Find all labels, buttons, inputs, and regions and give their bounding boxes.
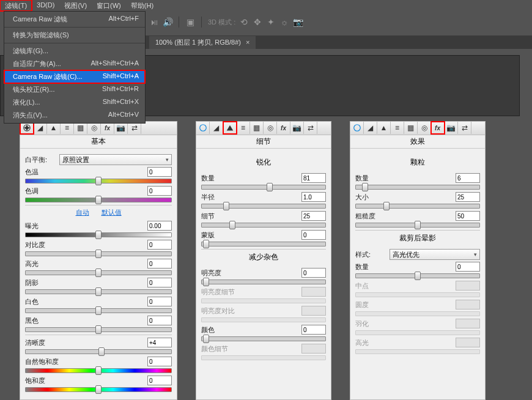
grain-roughness-input[interactable] (456, 211, 480, 221)
tab-tonecurve-icon[interactable]: ◢ (364, 122, 377, 134)
tab-hsl-icon[interactable]: ≡ (237, 122, 250, 134)
vibrance-slider[interactable] (25, 368, 172, 373)
light-3d-icon[interactable]: ✦ (266, 17, 276, 27)
grain-roughness-slider[interactable] (355, 223, 480, 228)
vignette-amount-input[interactable] (456, 262, 480, 272)
vignette-style-value: 高光优先 (393, 250, 419, 259)
sharpen-amount-input[interactable] (301, 173, 326, 183)
document-tabs: 100% (图层 1 拷贝, RGB/8#) × (146, 35, 532, 49)
menu-filter[interactable]: 滤镜(T) (0, 0, 32, 11)
sharpen-amount-slider[interactable] (201, 185, 326, 190)
highlights-input[interactable] (147, 259, 172, 269)
tab-detail-icon[interactable] (223, 122, 237, 134)
menu-help[interactable]: 帮助(H) (126, 0, 158, 11)
shadows-input[interactable] (147, 278, 172, 287)
tab-hsl-icon[interactable]: ≡ (61, 122, 74, 134)
default-link[interactable]: 默认值 (102, 208, 122, 217)
menu-item-adaptive-wideangle[interactable]: 自适应广角(A)... Alt+Shift+Ctrl+A (4, 57, 145, 70)
vignette-amount-slider[interactable] (355, 273, 480, 278)
tab-tonecurve-icon[interactable]: ◢ (210, 122, 223, 134)
tint-slider[interactable] (25, 198, 172, 202)
blacks-slider[interactable] (25, 327, 172, 332)
temperature-slider[interactable] (25, 179, 172, 183)
panel-detail: ◢ ≡ ▦ ◎ fx 📷 ⇄ 细节 锐化 数量 半径 细节 蒙版 减少杂色 明亮… (196, 121, 331, 400)
sharpen-detail-input[interactable] (301, 211, 326, 221)
exposure-slider[interactable] (25, 232, 172, 237)
menu-3d[interactable]: 3D(D) (32, 0, 59, 11)
clarity-slider[interactable] (25, 349, 172, 354)
contrast-slider[interactable] (25, 251, 172, 256)
tab-fx-icon[interactable]: fx (277, 122, 290, 134)
vibrance-input[interactable] (147, 357, 172, 366)
close-tab-icon[interactable]: × (246, 39, 249, 46)
sharpen-mask-slider[interactable] (201, 242, 326, 246)
camera-raw-panels: ◢ ▲ ≡ ▦ ◎ fx 📷 ⇄ 基本 白平衡: 原照设置 ▾ 色温 色调 (20, 121, 486, 400)
tab-presets-icon[interactable]: ⇄ (128, 122, 141, 134)
tab-split-icon[interactable]: ▦ (250, 122, 264, 134)
color-noise-slider[interactable] (201, 336, 326, 341)
menu-window[interactable]: 窗口(W) (92, 0, 126, 11)
menu-view[interactable]: 视图(V) (59, 0, 92, 11)
tab-split-icon[interactable]: ▦ (74, 122, 87, 134)
luminance-slider[interactable] (201, 280, 326, 284)
play-pause-icon[interactable]: ⏯ (149, 17, 159, 27)
mesh-3d-icon[interactable]: ☼ (279, 17, 289, 27)
grain-amount-input[interactable] (456, 173, 480, 183)
sharpen-radius-input[interactable] (301, 192, 326, 202)
tab-detail-icon[interactable]: ▲ (47, 122, 61, 134)
sharpen-detail-slider[interactable] (201, 223, 326, 228)
color-noise-input[interactable] (301, 325, 326, 335)
blacks-input[interactable] (147, 316, 172, 325)
contrast-input[interactable] (147, 240, 172, 250)
vignette-style-dropdown[interactable]: 高光优先 ▾ (390, 249, 480, 260)
saturation-slider[interactable] (25, 387, 172, 392)
exposure-input[interactable] (147, 221, 172, 231)
tab-camera-icon[interactable]: 📷 (290, 122, 304, 134)
auto-link[interactable]: 自动 (76, 208, 89, 217)
rotate-icon[interactable]: ⟲ (239, 17, 249, 27)
menu-item-vanishing-point[interactable]: 消失点(V)... Alt+Ctrl+V (4, 109, 145, 122)
whites-input[interactable] (147, 297, 172, 306)
tab-basic-icon[interactable] (350, 122, 364, 134)
camera-3d-icon[interactable]: 📷 (293, 17, 303, 27)
tab-fx-icon[interactable]: fx (101, 122, 114, 134)
tab-presets-icon[interactable]: ⇄ (304, 122, 317, 134)
tab-camera-icon[interactable]: 📷 (114, 122, 128, 134)
menu-item-camera-raw-filter[interactable]: Camera Raw 滤镜(C)... Shift+Ctrl+A (4, 70, 145, 83)
shadows-slider[interactable] (25, 289, 172, 294)
tab-camera-icon[interactable]: 📷 (445, 122, 458, 134)
tab-split-icon[interactable]: ▦ (404, 122, 418, 134)
speaker-icon[interactable]: 🔊 (163, 17, 172, 27)
menu-item-filter-gallery[interactable]: 滤镜库(G)... (4, 45, 145, 57)
move-3d-icon[interactable]: ✥ (253, 17, 262, 27)
temperature-input[interactable] (147, 167, 172, 177)
tab-tonecurve-icon[interactable]: ◢ (34, 122, 47, 134)
tab-lens-icon[interactable]: ◎ (418, 122, 431, 134)
tab-hsl-icon[interactable]: ≡ (391, 122, 404, 134)
whites-slider[interactable] (25, 308, 172, 313)
grain-amount-slider[interactable] (355, 185, 480, 190)
tab-fx-icon[interactable]: fx (431, 122, 445, 134)
clarity-input[interactable] (147, 338, 172, 347)
sharpen-mask-input[interactable] (301, 230, 326, 240)
grain-size-input[interactable] (456, 192, 480, 202)
tab-basic-icon[interactable] (20, 122, 34, 134)
document-tab[interactable]: 100% (图层 1 拷贝, RGB/8#) × (149, 36, 256, 49)
tab-lens-icon[interactable]: ◎ (264, 122, 277, 134)
frame-icon[interactable]: ▣ (185, 17, 195, 27)
grain-size-slider[interactable] (355, 204, 480, 209)
tab-lens-icon[interactable]: ◎ (87, 122, 101, 134)
highlights-slider[interactable] (25, 270, 172, 275)
tab-basic-icon[interactable] (196, 122, 210, 134)
menu-item-liquify[interactable]: 液化(L)... Shift+Ctrl+X (4, 96, 145, 109)
white-balance-dropdown[interactable]: 原照设置 ▾ (59, 154, 172, 165)
menu-item-smart-filter[interactable]: 转换为智能滤镜(S) (4, 29, 145, 42)
tab-presets-icon[interactable]: ⇄ (458, 122, 471, 134)
saturation-input[interactable] (147, 376, 172, 385)
sharpen-radius-slider[interactable] (201, 204, 326, 209)
menu-item-lens-correction[interactable]: 镜头校正(R)... Shift+Ctrl+R (4, 83, 145, 96)
luminance-input[interactable] (301, 268, 326, 278)
tint-input[interactable] (147, 186, 172, 196)
menu-item-camera-raw-repeat[interactable]: Camera Raw 滤镜 Alt+Ctrl+F (4, 13, 145, 26)
tab-detail-icon[interactable]: ▲ (377, 122, 391, 134)
